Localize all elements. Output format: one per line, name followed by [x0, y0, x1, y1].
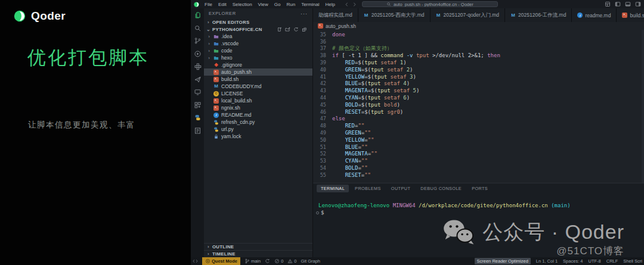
back-icon[interactable]	[344, 2, 349, 7]
tree-item-yam-lock[interactable]: yam.lock	[204, 133, 312, 140]
explorer-icon[interactable]	[194, 11, 202, 19]
tree-item-ngnix-sh[interactable]: >_ngnix.sh	[204, 104, 312, 111]
extensions-icon[interactable]	[194, 63, 202, 70]
panel-tab-debug-console[interactable]: DEBUG CONSOLE	[416, 185, 466, 192]
tab-20251207-qoder-md[interactable]: M20251207-qoder入门.md	[431, 8, 506, 22]
editor-window: FileEditSelectionViewGoRunTerminalHelp a…	[191, 0, 644, 265]
layout-panel-icon[interactable]	[625, 1, 631, 7]
code-line: 41 YELLOW=$(tput setaf 3)	[313, 73, 644, 80]
breadcrumb[interactable]: >_ auto_push.sh	[313, 22, 644, 30]
panel-tab-terminal[interactable]: TERMINAL	[317, 185, 349, 192]
panel-tab-problems[interactable]: PROBLEMS	[351, 185, 385, 192]
encoding[interactable]: UTF-8	[588, 258, 600, 264]
code-text: # 颜色定义（如果支持）	[326, 45, 392, 52]
notes-icon[interactable]	[194, 127, 202, 135]
eol[interactable]: CRLF	[606, 258, 618, 264]
menu-edit[interactable]: Edit	[215, 2, 230, 7]
code-text: BOLD=$(tput bold)	[326, 102, 400, 108]
chevron-down-icon: ⌄	[206, 27, 210, 32]
menu-go[interactable]: Go	[271, 2, 284, 7]
menu-help[interactable]: Help	[322, 2, 338, 7]
custom-blocks-icon[interactable]	[194, 101, 202, 109]
tree-item-hexo[interactable]: ›hexo	[204, 54, 312, 61]
tree-item-auto-push-sh[interactable]: >_auto_push.sh	[204, 68, 312, 76]
tab-20251205-md[interactable]: M20251205-西南大学.md	[358, 8, 431, 22]
language-mode[interactable]: Shell Scri	[623, 258, 642, 264]
new-folder-icon[interactable]	[285, 27, 290, 32]
quest-icon	[205, 258, 210, 264]
tree-item-label: .idea	[221, 33, 232, 39]
tab--md[interactable]: 助编程实战.md	[313, 8, 358, 22]
menu-view[interactable]: View	[255, 2, 271, 7]
tab-label: 20251206-工作流.md	[518, 12, 566, 19]
new-file-icon[interactable]	[277, 27, 282, 32]
menu-file[interactable]: File	[202, 2, 215, 7]
menu-run[interactable]: Run	[283, 2, 298, 7]
tree-item--idea[interactable]: ›.idea	[204, 33, 312, 40]
section-label: OUTLINE	[212, 244, 234, 250]
tree-item-refresh-cdn-py[interactable]: refresh_cdn.py	[204, 119, 312, 126]
code-text: RESET=$(tput sgr0)	[326, 109, 403, 115]
error-count[interactable]: 0	[274, 258, 283, 264]
tab-readme-md[interactable]: ireadme.md	[572, 8, 617, 22]
run-debug-icon[interactable]	[194, 50, 202, 58]
tree-item-build-sh[interactable]: >_build.sh	[204, 76, 312, 83]
tree-item-label: .gitignore	[221, 62, 242, 68]
git-branch[interactable]: main	[244, 258, 261, 264]
git-graph[interactable]: Git Graph	[301, 258, 321, 264]
tree-item-local-build-sh[interactable]: >_local_build.sh	[204, 97, 312, 104]
refresh-icon[interactable]	[293, 27, 299, 32]
menu-terminal[interactable]: Terminal	[298, 2, 322, 7]
tree-item-license[interactable]: ©LICENSE	[204, 90, 312, 97]
tree-item-code[interactable]: ›code	[204, 47, 312, 54]
panel-tab-output[interactable]: OUTPUT	[387, 185, 414, 192]
tab-20251206-md[interactable]: M20251206-工作流.md	[505, 8, 572, 22]
section-timeline[interactable]: ›TIMELINE	[204, 250, 312, 257]
search-icon[interactable]	[194, 24, 202, 32]
root-actions	[277, 27, 310, 32]
tab-build-sh[interactable]: >_build.sh	[617, 8, 644, 22]
menu-selection[interactable]: Selection	[230, 2, 255, 7]
terminal[interactable]: Lenovo@zhaofeng-lenovo MINGW64 /d/workpl…	[313, 194, 644, 257]
more-actions-icon[interactable]: ···	[301, 11, 308, 17]
tree-item-label: build.sh	[221, 76, 239, 82]
workspace-root-section[interactable]: ⌄ PYTHON4OFFICE.CN	[204, 26, 312, 33]
shell-icon: >_	[213, 77, 219, 82]
section-outline[interactable]: ›OUTLINE	[204, 243, 312, 250]
indentation[interactable]: Spaces: 4	[563, 258, 583, 264]
line-number: 49	[313, 130, 326, 136]
quest-mode-badge[interactable]: Quest Mode	[202, 257, 240, 265]
command-center-search[interactable]: auto_push.sh - python4office.cn - Qoder	[362, 1, 498, 7]
bottom-panel: TERMINALPROBLEMSOUTPUTDEBUG CONSOLEPORTS…	[313, 183, 644, 257]
tree-item-label: ngnix.sh	[221, 105, 240, 111]
remote-indicator[interactable]	[193, 258, 198, 264]
sync-status[interactable]	[265, 258, 270, 264]
tree-item-readme-md[interactable]: iREADME.md	[204, 111, 312, 119]
screen-reader-mode[interactable]: Screen Reader Optimized	[475, 258, 531, 264]
tab-label: 20251207-qoder入门.md	[444, 12, 500, 19]
panel-tab-ports[interactable]: PORTS	[467, 185, 492, 192]
tree-item--gitignore[interactable]: ◆.gitignore	[204, 61, 312, 68]
chevron-right-icon: ›	[207, 34, 211, 39]
warning-icon	[287, 258, 293, 264]
python-icon[interactable]	[194, 114, 202, 121]
cursor-position[interactable]: Ln 1, Col 1	[536, 258, 558, 264]
layout-sidebar-icon[interactable]	[615, 1, 621, 7]
status-right-group: Screen Reader OptimizedLn 1, Col 1Spaces…	[475, 258, 642, 264]
grid-icon[interactable]	[605, 1, 611, 7]
ai-send-icon[interactable]	[194, 76, 202, 83]
code-editor[interactable]: 35done3637# 颜色定义（如果支持）38if [ -t 1 ] && c…	[313, 30, 644, 183]
layout-secondary-icon[interactable]	[635, 1, 641, 7]
forward-icon[interactable]	[352, 2, 357, 7]
git-icon: ◆	[213, 63, 219, 68]
remote-explorer-icon[interactable]	[194, 88, 202, 96]
tree-item-codebuddy-md[interactable]: MCODEBUDDY.md	[204, 83, 312, 90]
editor-scrollbar[interactable]	[642, 30, 644, 183]
terminal-line: $	[315, 209, 644, 216]
warning-count[interactable]: 0	[287, 258, 296, 264]
open-editors-section[interactable]: › OPEN EDITORS	[204, 18, 312, 26]
source-control-icon[interactable]	[194, 37, 202, 45]
tree-item--vscode[interactable]: ›.vscode	[204, 40, 312, 47]
tree-item-url-py[interactable]: url.py	[204, 126, 312, 133]
collapse-all-icon[interactable]	[302, 27, 307, 32]
